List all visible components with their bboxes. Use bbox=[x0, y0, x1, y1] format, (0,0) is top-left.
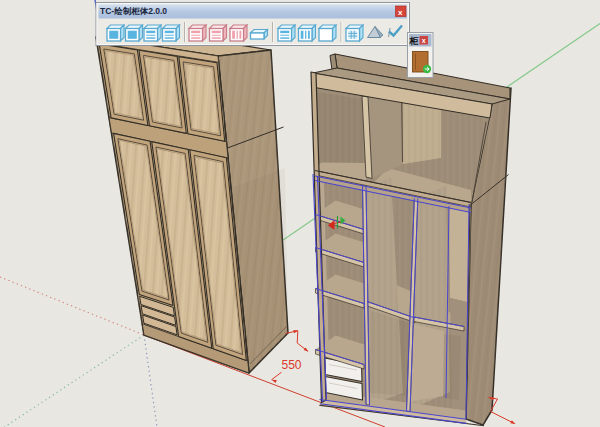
svg-text:x: x bbox=[398, 8, 403, 17]
svg-text:柜: 柜 bbox=[409, 36, 419, 46]
svg-text:x: x bbox=[422, 37, 426, 44]
svg-text:550: 550 bbox=[282, 358, 302, 372]
svg-text:TC-绘制柜体2.0.0: TC-绘制柜体2.0.0 bbox=[100, 6, 167, 16]
